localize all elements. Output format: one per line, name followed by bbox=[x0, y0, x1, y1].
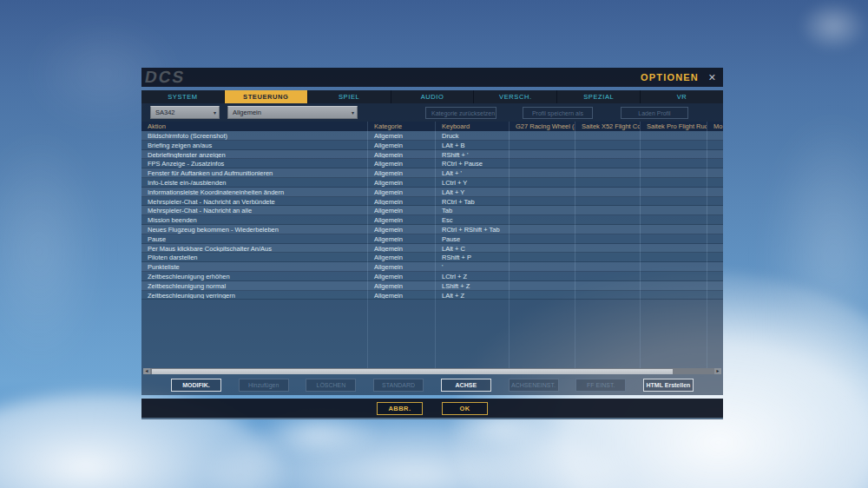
device-cell bbox=[707, 131, 723, 141]
table-row[interactable]: PunktelisteAllgemein' bbox=[141, 262, 723, 272]
table-row[interactable]: Informationsleiste Koordinateneinheiten … bbox=[141, 188, 723, 197]
horizontal-scrollbar[interactable]: ◄ ► bbox=[143, 368, 721, 374]
device-cell bbox=[575, 178, 641, 188]
device-cell bbox=[575, 262, 641, 272]
device-cell bbox=[510, 197, 575, 207]
table-row[interactable]: Bildschirmfoto (Screenshot)AllgemeinDruc… bbox=[141, 131, 723, 141]
action-cell: Informationsleiste Koordinateneinheiten … bbox=[141, 188, 368, 197]
device-cell bbox=[575, 291, 641, 300]
achse-button[interactable]: ACHSE bbox=[441, 379, 491, 392]
category-cell: Allgemein bbox=[368, 159, 436, 168]
empty-column bbox=[368, 300, 436, 368]
table-row[interactable]: Per Maus klickbare Cockpitschalter An/Au… bbox=[141, 244, 723, 254]
keyboard-cell: LAlt + B bbox=[436, 141, 510, 150]
cloud-wisp-left bbox=[0, 130, 104, 373]
tab-spezial[interactable]: SPEZIAL bbox=[557, 90, 641, 103]
column-header-aktion: Aktion bbox=[141, 122, 368, 131]
table-header: AktionKategorieKeyboardG27 Racing Wheel … bbox=[141, 122, 723, 131]
table-row[interactable]: Zeitbeschleunigung erhöhenAllgemeinLCtrl… bbox=[141, 272, 723, 281]
category-cell: Allgemein bbox=[368, 197, 436, 207]
keyboard-cell: LAlt + C bbox=[436, 244, 510, 254]
device-cell bbox=[575, 197, 641, 207]
keyboard-cell: RCtrl + Tab bbox=[436, 197, 510, 207]
keyboard-cell: RShift + P bbox=[436, 253, 510, 262]
scrollbar-thumb[interactable] bbox=[152, 369, 673, 374]
category-cell: Allgemein bbox=[368, 262, 436, 272]
device-cell bbox=[575, 206, 641, 215]
controls-panel: SA342 ▾ Allgemein ▾ Kategorie zurücksetz… bbox=[141, 103, 723, 395]
options-dialog: DCS OPTIONEN ✕ SYSTEMSTEUERUNGSPIELAUDIO… bbox=[141, 68, 723, 418]
action-cell: Zeitbeschleunigung verringern bbox=[141, 291, 368, 300]
keyboard-cell: LCtrl + Y bbox=[436, 178, 510, 188]
device-cell bbox=[707, 197, 723, 207]
tab-spiel[interactable]: SPIEL bbox=[308, 90, 391, 103]
table-row[interactable]: Mehrspieler-Chat - Nachricht an alleAllg… bbox=[141, 206, 723, 215]
tab-vr[interactable]: VR bbox=[641, 90, 723, 103]
device-cell bbox=[575, 188, 641, 197]
action-cell: Fenster für Auftanken und Aufmunitionier… bbox=[141, 168, 368, 178]
device-cell bbox=[707, 215, 723, 225]
table-row[interactable]: Info-Leiste ein-/ausblendenAllgemeinLCtr… bbox=[141, 178, 723, 188]
device-cell bbox=[510, 291, 575, 300]
keyboard-cell: Tab bbox=[436, 206, 510, 215]
keyboard-cell: RCtrl + Pause bbox=[436, 159, 510, 168]
device-cell bbox=[641, 141, 707, 150]
empty-column bbox=[436, 300, 510, 368]
tab-versch[interactable]: VERSCH. bbox=[474, 90, 557, 103]
profil-speichern-als-button: Profil speichern als bbox=[523, 107, 593, 119]
scroll-right-icon[interactable]: ► bbox=[714, 368, 721, 374]
category-cell: Allgemein bbox=[368, 206, 436, 215]
table-row[interactable]: Neues Flugzeug bekommen - WiederbelebenA… bbox=[141, 225, 723, 234]
aircraft-dropdown[interactable]: SA342 ▾ bbox=[150, 106, 220, 119]
category-cell: Allgemein bbox=[368, 253, 436, 262]
table-row[interactable]: Zeitbeschleunigung normalAllgemeinLShift… bbox=[141, 281, 723, 291]
category-cell: Allgemein bbox=[368, 215, 436, 225]
table-row[interactable]: Zeitbeschleunigung verringernAllgemeinLA… bbox=[141, 291, 723, 300]
device-cell bbox=[707, 168, 723, 178]
device-cell bbox=[707, 272, 723, 281]
table-row[interactable]: FPS Anzeige - ZusatzinfosAllgemeinRCtrl … bbox=[141, 159, 723, 168]
modifik-button[interactable]: MODIFIK. bbox=[171, 379, 221, 392]
device-cell bbox=[510, 206, 575, 215]
device-cell bbox=[641, 131, 707, 141]
device-cell bbox=[575, 141, 641, 150]
html-erstellen-button[interactable]: HTML Erstellen bbox=[643, 379, 694, 392]
device-cell bbox=[707, 225, 723, 234]
device-cell bbox=[707, 141, 723, 150]
scroll-left-icon[interactable]: ◄ bbox=[143, 368, 150, 374]
table-row[interactable]: PauseAllgemeinPause bbox=[141, 234, 723, 244]
column-header-keyboard: Keyboard bbox=[436, 122, 510, 131]
löschen-button: LÖSCHEN bbox=[306, 379, 356, 392]
keyboard-cell: Esc bbox=[436, 215, 510, 225]
action-cell: Briefing zeigen an/aus bbox=[141, 141, 368, 150]
category-dropdown[interactable]: Allgemein ▾ bbox=[227, 106, 358, 119]
device-cell bbox=[707, 291, 723, 300]
table-row[interactable]: Mission beendenAllgemeinEsc bbox=[141, 215, 723, 225]
device-cell bbox=[707, 150, 723, 160]
table-row[interactable]: Mehrspieler-Chat - Nachricht an Verbünde… bbox=[141, 197, 723, 207]
tab-steuerung[interactable]: STEUERUNG bbox=[225, 90, 308, 103]
cloud-wisp-right bbox=[764, 113, 868, 399]
table-row[interactable]: Debriefingfenster anzeigenAllgemeinRShif… bbox=[141, 150, 723, 160]
device-cell bbox=[707, 253, 723, 262]
column-header-saitek-pro-flight-rudd: Saitek Pro Flight Rudd bbox=[641, 122, 707, 131]
cancel-button[interactable]: ABBR. bbox=[377, 402, 423, 415]
device-cell bbox=[641, 188, 707, 197]
keyboard-cell: LShift + Z bbox=[436, 281, 510, 291]
table-row[interactable]: Fenster für Auftanken und Aufmunitionier… bbox=[141, 168, 723, 178]
tab-audio[interactable]: AUDIO bbox=[391, 90, 475, 103]
ok-button[interactable]: OK bbox=[442, 402, 488, 415]
table-row[interactable]: Piloten darstellenAllgemeinRShift + P bbox=[141, 253, 723, 262]
device-cell bbox=[510, 178, 575, 188]
column-header-g27-racing-wheel-ac: G27 Racing Wheel (AC bbox=[510, 122, 575, 131]
close-icon[interactable]: ✕ bbox=[708, 68, 716, 87]
tab-system[interactable]: SYSTEM bbox=[141, 90, 225, 103]
device-cell bbox=[707, 234, 723, 244]
table-row[interactable]: Briefing zeigen an/ausAllgemeinLAlt + B bbox=[141, 141, 723, 150]
device-cell bbox=[641, 272, 707, 281]
device-cell bbox=[575, 168, 641, 178]
device-cell bbox=[641, 262, 707, 272]
device-cell bbox=[707, 244, 723, 254]
action-cell: Info-Leiste ein-/ausblenden bbox=[141, 178, 368, 188]
category-cell: Allgemein bbox=[368, 131, 436, 141]
